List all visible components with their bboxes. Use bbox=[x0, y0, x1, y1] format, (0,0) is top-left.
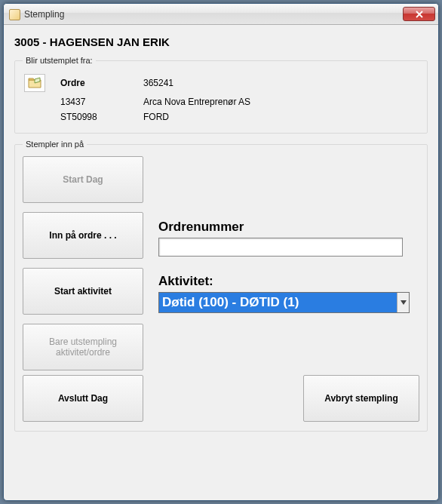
activity-selected-value: Døtid (100) - DØTID (1) bbox=[159, 293, 397, 312]
close-button[interactable] bbox=[403, 7, 435, 21]
order-label: Ordre bbox=[60, 78, 143, 88]
employee-heading: 3005 - HAGENSEN JAN ERIK bbox=[14, 35, 428, 48]
start-activity-button[interactable]: Start aktivitet bbox=[23, 268, 143, 315]
customer-name: Arca Nova Entreprenør AS bbox=[143, 97, 418, 107]
only-out-button: Bare utstempling aktivitet/ordre bbox=[23, 324, 143, 370]
order-number-label: Ordrenummer bbox=[158, 220, 419, 235]
close-icon bbox=[416, 11, 423, 18]
clock-in-legend: Stempler inn på bbox=[23, 140, 87, 149]
clock-in-group: Stempler inn på Start Dag Inn på ordre .… bbox=[14, 140, 428, 432]
chevron-down-icon bbox=[397, 293, 409, 312]
content: 3005 - HAGENSEN JAN ERIK Blir utstemplet… bbox=[4, 25, 438, 448]
project-name: FORD bbox=[143, 112, 418, 122]
clock-out-legend: Blir utstemplet fra: bbox=[23, 56, 96, 65]
footer-row-2: Avslutt Dag Avbryt stempling bbox=[23, 375, 419, 422]
clock-out-grid: Ordre 365241 13437 Arca Nova Entreprenør… bbox=[23, 72, 419, 124]
start-day-button: Start Dag bbox=[23, 156, 143, 203]
activity-select[interactable]: Døtid (100) - DØTID (1) bbox=[158, 292, 410, 313]
titlebar[interactable]: Stempling bbox=[4, 4, 438, 25]
app-icon bbox=[8, 8, 20, 20]
end-day-button[interactable]: Avslutt Dag bbox=[23, 375, 143, 422]
project-code: ST50998 bbox=[60, 112, 143, 122]
clock-out-group: Blir utstemplet fra: Ordre 365241 13437 bbox=[14, 56, 428, 134]
stamp-grid: Start Dag Inn på ordre . . . Ordrenummer… bbox=[23, 156, 419, 319]
activity-label: Aktivitet: bbox=[158, 274, 419, 289]
cancel-stamping-button[interactable]: Avbryt stempling bbox=[303, 375, 419, 422]
enter-order-button[interactable]: Inn på ordre . . . bbox=[23, 212, 143, 259]
order-number-input[interactable] bbox=[158, 238, 403, 257]
order-number: 365241 bbox=[143, 78, 418, 88]
footer-row: Bare utstempling aktivitet/ordre bbox=[23, 324, 419, 370]
order-icon bbox=[24, 74, 45, 92]
customer-code: 13437 bbox=[60, 97, 143, 107]
window-title: Stempling bbox=[24, 9, 403, 20]
window: Stempling 3005 - HAGENSEN JAN ERIK Blir … bbox=[3, 3, 439, 501]
